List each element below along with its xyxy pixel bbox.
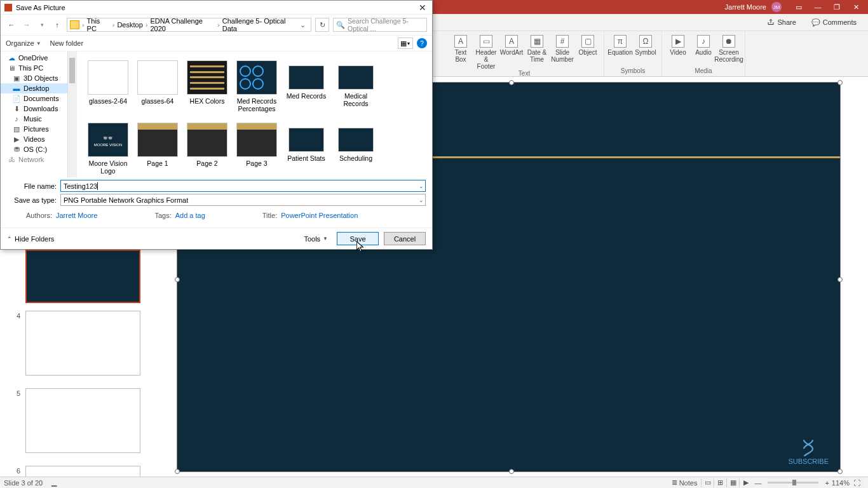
refresh-button[interactable]: ↻ (315, 18, 329, 32)
filename-input[interactable]: Testing123 ⌄ (60, 180, 426, 192)
file-item[interactable]: Page 1 (133, 118, 182, 177)
tags-value[interactable]: Add a tag (175, 212, 205, 219)
slide-thumbnail[interactable] (25, 311, 140, 376)
nav-up-button[interactable]: ↑ (51, 19, 63, 30)
ribbon-symbol-button[interactable]: ΩSymbol (634, 35, 658, 56)
ribbon-audio-button[interactable]: ♪Audio (691, 35, 715, 56)
slide-thumbnail[interactable] (25, 388, 140, 453)
saveastype-select[interactable]: PNG Portable Network Graphics Format ⌄ (60, 194, 426, 206)
selection-handle[interactable] (837, 277, 843, 282)
minimize-button[interactable]: — (808, 0, 827, 14)
tree-item-desktop[interactable]: ▬Desktop (1, 83, 76, 93)
tree-scrollbar[interactable] (67, 51, 76, 177)
file-thumbnail (187, 123, 227, 157)
breadcrumb-dropdown[interactable]: ⌄ (297, 21, 308, 29)
selection-handle[interactable] (175, 277, 180, 282)
selection-handle[interactable] (837, 80, 843, 85)
help-button[interactable]: ? (417, 38, 427, 48)
file-item[interactable]: Med Records (281, 55, 331, 118)
selection-handle[interactable] (509, 80, 514, 85)
ribbon-video-button[interactable]: ▶Video (666, 35, 690, 56)
file-item[interactable]: Patient Stats (281, 118, 331, 177)
ribbon-object-button[interactable]: ▢Object (576, 35, 600, 56)
zoom-level[interactable]: 114% (832, 479, 850, 487)
nav-forward-button[interactable]: → (21, 19, 32, 30)
breadcrumb-item[interactable]: EDNA Challenge 2020 (150, 18, 215, 32)
spellcheck-icon[interactable]: ▁ (51, 478, 57, 487)
breadcrumb-item[interactable]: This PC (87, 18, 110, 32)
file-item[interactable]: HEX Colors (182, 55, 232, 118)
file-label: Scheduling (339, 154, 372, 162)
ribbon-display-options-button[interactable]: ▭ (789, 0, 808, 14)
file-item[interactable]: glasses-2-64 (83, 55, 133, 118)
file-item[interactable]: Medical Records (331, 55, 381, 118)
file-item[interactable]: Med Records Percentages (232, 55, 281, 118)
file-item[interactable]: Scheduling (331, 118, 381, 177)
saveastype-dropdown[interactable]: ⌄ (419, 197, 424, 203)
tags-label: Tags: (154, 212, 171, 219)
file-item[interactable]: Page 3 (232, 118, 281, 177)
ribbon-screen-recording-button[interactable]: ⏺Screen Recording (717, 35, 741, 63)
nav-back-button[interactable]: ← (6, 19, 17, 30)
view-mode-button[interactable]: ▦▼ (398, 37, 413, 49)
dialog-close-button[interactable]: ✕ (413, 3, 432, 13)
comments-button[interactable]: 💬 Comments (806, 17, 862, 29)
selection-handle[interactable] (175, 469, 180, 474)
notes-button[interactable]: ≣ Notes (668, 478, 702, 487)
ribbon-equation-button[interactable]: πEquation (608, 35, 632, 56)
ribbon-slide-number-button[interactable]: #Slide Number (550, 35, 574, 63)
tree-item-os-c-[interactable]: ⛃OS (C:) (1, 144, 76, 154)
tree-item-pictures[interactable]: ▧Pictures (1, 124, 76, 134)
tree-item-network[interactable]: ›🖧Network (1, 154, 76, 165)
search-box[interactable]: 🔍 Search Challenge 5- Optical ... (333, 18, 427, 32)
slideshow-button[interactable]: ▶ (739, 478, 752, 487)
selection-handle[interactable] (509, 469, 514, 474)
share-button[interactable]: Share (762, 17, 801, 28)
tree-item-documents[interactable]: 📄Documents (1, 93, 76, 104)
file-list[interactable]: glasses-2-64glasses-64HEX ColorsMed Reco… (77, 51, 432, 177)
tree-item-music[interactable]: ♪Music (1, 114, 76, 124)
hide-folders-button[interactable]: ⌃ Hide Folders (7, 235, 54, 243)
ribbon-date-time-button[interactable]: ▦Date & Time (525, 35, 549, 63)
zoom-out-button[interactable]: — (752, 479, 764, 487)
maximize-button[interactable]: ❐ (827, 0, 846, 14)
breadcrumb-item[interactable]: Challenge 5- Optical Data (222, 18, 296, 32)
user-avatar[interactable]: JM (771, 2, 782, 12)
tree-item-onedrive[interactable]: ›☁OneDrive (1, 53, 76, 63)
close-button[interactable]: ✕ (846, 0, 865, 14)
tree-label: Music (24, 115, 42, 123)
file-item[interactable]: glasses-64 (133, 55, 182, 118)
ribbon-wordart-button[interactable]: AWordArt (499, 35, 524, 56)
slide-thumbnails[interactable]: 456 (6, 250, 140, 477)
sorter-view-button[interactable]: ⊞ (714, 478, 726, 487)
reading-view-button[interactable]: ▦ (726, 478, 739, 487)
zoom-in-button[interactable]: + (822, 479, 831, 487)
slide-thumbnail[interactable] (25, 250, 140, 303)
tools-dropdown[interactable]: Tools ▼ (304, 235, 328, 243)
cancel-button[interactable]: Cancel (384, 232, 426, 245)
file-item[interactable]: 👓MOORE VISIONMoore Vision Logo (83, 118, 133, 177)
tree-item-videos[interactable]: ▶Videos (1, 134, 76, 144)
save-button[interactable]: Save (337, 232, 379, 245)
title-meta-value[interactable]: PowerPoint Presentation (281, 212, 358, 219)
ribbon-header-footer-button[interactable]: ▭Header & Footer (474, 35, 498, 70)
tree-item-3d-objects[interactable]: ▣3D Objects (1, 73, 76, 83)
breadcrumb-item[interactable]: Desktop (117, 21, 142, 29)
new-folder-button[interactable]: New folder (50, 39, 84, 47)
filename-dropdown[interactable]: ⌄ (419, 183, 424, 189)
tree-item-this-pc[interactable]: ›🖥This PC (1, 63, 76, 73)
tree-item-downloads[interactable]: ⬇Downloads (1, 104, 76, 114)
authors-value[interactable]: Jarrett Moore (56, 212, 97, 219)
fit-to-window-button[interactable]: ⛶ (850, 479, 864, 487)
organize-button[interactable]: Organize ▼ (6, 39, 41, 47)
zoom-slider[interactable] (768, 482, 818, 484)
dialog-titlebar[interactable]: Save As Picture ✕ (1, 1, 432, 15)
nav-recent-dropdown[interactable]: ▾ (36, 19, 48, 30)
ribbon-text-box-button[interactable]: AText Box (449, 35, 473, 63)
folder-tree[interactable]: ›☁OneDrive›🖥This PC▣3D Objects▬Desktop📄D… (1, 51, 77, 177)
selection-handle[interactable] (837, 469, 843, 474)
breadcrumb[interactable]: › This PC › Desktop › EDNA Challenge 202… (67, 18, 311, 32)
file-label: Moore Vision Logo (85, 159, 132, 175)
normal-view-button[interactable]: ▭ (701, 478, 714, 487)
file-item[interactable]: Page 2 (182, 118, 232, 177)
